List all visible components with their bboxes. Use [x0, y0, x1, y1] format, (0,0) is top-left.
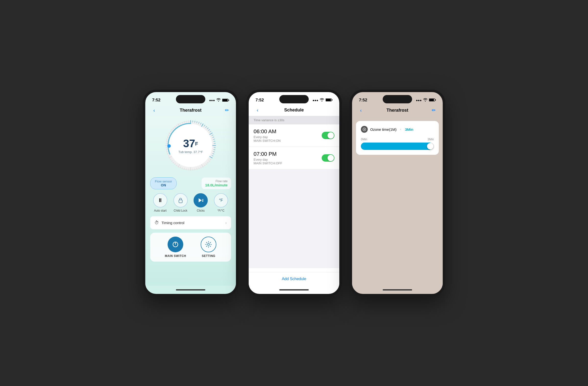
- wifi-icon-3: [423, 98, 427, 102]
- child-lock-button[interactable]: Child Lock: [173, 193, 188, 212]
- svg-marker-79: [199, 198, 202, 203]
- signal-icon-3: ●●●: [416, 99, 422, 102]
- main-switch-button[interactable]: MAIN SWITCH: [165, 237, 186, 258]
- schedule-item-2[interactable]: 07:00 PM Every dayMAIN SWITCH:OFF: [249, 147, 339, 169]
- svg-rect-78: [179, 200, 182, 203]
- home-indicator-2: [249, 285, 339, 294]
- timing-control-button[interactable]: ⏱ Timing control ›: [150, 216, 231, 229]
- nav-bar-2: ‹ Schedule: [249, 106, 339, 116]
- home-bar-3: [383, 289, 412, 290]
- auto-start-icon: ⏸: [153, 193, 167, 207]
- setting-label: SETTING: [202, 254, 215, 258]
- home-content: 37F Tub temp. 37.7°F Flow sensor ON Flow…: [145, 116, 236, 285]
- signal-icon-2: ●●●: [312, 99, 318, 102]
- slider-min-label: 0Min: [361, 138, 367, 141]
- status-icons-1: ●●●: [209, 98, 229, 102]
- svg-line-42: [189, 169, 189, 170]
- svg-line-6: [192, 121, 193, 122]
- schedule-sub-1: Every dayMAIN SWITCH:ON: [253, 135, 281, 142]
- svg-rect-85: [332, 99, 333, 101]
- svg-point-90: [364, 129, 365, 130]
- page-title-3: Therafrost: [386, 108, 408, 113]
- svg-line-58: [166, 147, 167, 148]
- back-button-3[interactable]: ‹: [357, 107, 365, 113]
- wifi-icon: [216, 98, 221, 102]
- svg-line-40: [192, 169, 193, 170]
- slider-max-label: 3Min: [427, 138, 434, 141]
- child-lock-icon: [173, 193, 188, 207]
- page-title-2: Schedule: [284, 107, 304, 113]
- ozone-card-header: Ozone time(1M) · 3Min: [361, 126, 434, 133]
- back-button-2[interactable]: ‹: [253, 107, 261, 113]
- control-grid: ⏸ Auto start Child Lock: [150, 193, 231, 212]
- signal-icon: ●●●: [209, 99, 215, 102]
- dial-center: 37F Tub temp. 37.7°F: [178, 137, 203, 154]
- time-2: 7:52: [255, 98, 264, 103]
- ozone-title: Ozone time(1M): [370, 127, 397, 132]
- page-title-1: Therafrost: [180, 108, 201, 113]
- schedule-item-1[interactable]: 06:00 AM Every dayMAIN SWITCH:ON: [249, 124, 339, 146]
- clicks-icon: [193, 193, 208, 207]
- schedule-time-2: 07:00 PM: [253, 151, 282, 157]
- child-lock-label: Child Lock: [174, 209, 188, 212]
- auto-start-label: Auto start: [154, 209, 167, 212]
- status-icons-2: ●●●: [312, 98, 333, 102]
- schedule-toggle-2[interactable]: [322, 154, 335, 162]
- add-schedule-button[interactable]: Add Schedule: [249, 272, 339, 285]
- status-icons-3: ●●●: [416, 98, 436, 102]
- home-bar-1: [176, 289, 205, 290]
- action-area: MAIN SWITCH SETTING: [150, 233, 231, 262]
- phone-schedule: 7:52 ●●● ‹ Schedule: [246, 90, 342, 296]
- timing-left: ⏱ Timing control: [155, 220, 185, 225]
- power-icon: [168, 237, 183, 252]
- battery-icon-3: [429, 98, 436, 102]
- ozone-slider-container: 0Min 3Min: [361, 138, 434, 150]
- dynamic-island-3: [383, 95, 412, 103]
- clicks-button[interactable]: Clicks: [193, 193, 208, 212]
- svg-rect-88: [435, 99, 436, 101]
- ozone-value: 3Min: [405, 127, 413, 132]
- edit-button-3[interactable]: ✏: [430, 107, 438, 113]
- gear-icon: [201, 237, 216, 252]
- clock-icon: ⏱: [155, 220, 159, 225]
- schedule-time-1: 06:00 AM: [253, 128, 281, 135]
- ozone-slider[interactable]: [361, 142, 434, 150]
- back-button-1[interactable]: ‹: [150, 107, 158, 113]
- wifi-icon-2: [320, 98, 324, 102]
- flow-sensor-button[interactable]: Flow sensor ON: [150, 177, 177, 189]
- tub-temp-label: Tub temp. 37.7°F: [178, 150, 203, 154]
- battery-icon: [222, 99, 229, 102]
- svg-line-76: [189, 121, 189, 122]
- ozone-icon: [361, 126, 368, 133]
- home-bar-2: [279, 289, 309, 290]
- ozone-content: Ozone time(1M) · 3Min 0Min 3Min: [352, 116, 443, 285]
- temperature-dial: 37F Tub temp. 37.7°F: [164, 119, 218, 172]
- dynamic-island-2: [279, 95, 309, 103]
- schedule-toggle-1[interactable]: [322, 132, 335, 139]
- svg-rect-2: [228, 100, 229, 101]
- schedule-info-2: 07:00 PM Every dayMAIN SWITCH:OFF: [253, 151, 282, 165]
- setting-button[interactable]: SETTING: [201, 237, 216, 258]
- nav-bar-1: ‹ Therafrost ✏: [145, 106, 236, 116]
- temp-unit-icon: °F: [214, 193, 228, 207]
- battery-icon-2: [326, 98, 333, 102]
- chevron-right-icon: ›: [225, 221, 227, 225]
- flow-rate-display: Flow rate 18.0L/minute: [202, 178, 231, 189]
- temp-unit-button[interactable]: °F °F/°C: [214, 193, 228, 212]
- slider-labels: 0Min 3Min: [361, 138, 434, 141]
- auto-start-button[interactable]: ⏸ Auto start: [153, 193, 167, 212]
- svg-line-60: [166, 143, 167, 143]
- dynamic-island: [176, 95, 205, 103]
- svg-rect-1: [222, 99, 228, 102]
- time-1: 7:52: [152, 98, 161, 103]
- clicks-label: Clicks: [197, 209, 205, 212]
- nav-bar-3: ‹ Therafrost ✏: [352, 106, 443, 116]
- home-indicator-3: [352, 285, 443, 294]
- slider-thumb[interactable]: [427, 143, 433, 149]
- edit-button-1[interactable]: ✏: [223, 107, 231, 113]
- schedule-info-1: 06:00 AM Every dayMAIN SWITCH:ON: [253, 128, 281, 142]
- main-switch-label: MAIN SWITCH: [165, 254, 186, 258]
- time-3: 7:52: [359, 98, 367, 103]
- home-indicator-1: [145, 285, 236, 294]
- ozone-dot: ·: [400, 127, 401, 132]
